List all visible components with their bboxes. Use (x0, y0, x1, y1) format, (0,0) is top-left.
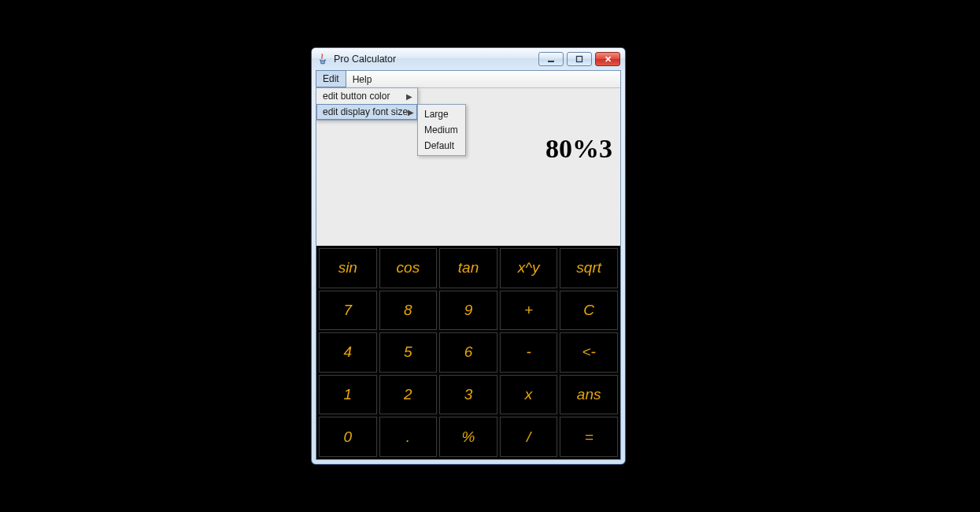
titlebar[interactable]: Pro Calculator ✕ (312, 48, 625, 70)
chevron-right-icon: ▶ (406, 92, 412, 101)
key-5[interactable]: 5 (379, 332, 438, 373)
menu-edit-font-size[interactable]: edit display font size ▶ (316, 104, 417, 120)
close-icon: ✕ (605, 55, 612, 64)
java-icon (316, 53, 329, 65)
menu-edit-button-color[interactable]: edit button color ▶ (316, 88, 417, 104)
key-7[interactable]: 7 (319, 291, 377, 331)
key-3[interactable]: 3 (439, 375, 497, 415)
key-6[interactable]: 6 (439, 332, 497, 373)
close-button[interactable]: ✕ (595, 52, 620, 66)
window-controls: ✕ (538, 52, 620, 66)
key-2[interactable]: 2 (379, 375, 438, 415)
menu-edit[interactable]: Edit (316, 70, 346, 87)
edit-dropdown: edit button color ▶ edit display font si… (316, 87, 418, 121)
svg-rect-0 (548, 61, 554, 62)
menu-help[interactable]: Help (346, 71, 379, 87)
key-clear[interactable]: C (560, 291, 618, 331)
app-window: Pro Calculator ✕ Edit Help 80%3 sin cos … (311, 47, 626, 465)
menu-edit-button-color-label: edit button color (323, 91, 390, 102)
key-pow[interactable]: x^y (500, 248, 558, 288)
key-multiply[interactable]: x (500, 375, 558, 415)
chevron-right-icon: ▶ (408, 108, 414, 117)
keypad: sin cos tan x^y sqrt 7 8 9 + C 4 5 6 - <… (316, 246, 620, 459)
menubar: Edit Help (316, 71, 620, 88)
client-area: Edit Help 80%3 sin cos tan x^y sqrt 7 8 … (316, 70, 621, 460)
font-size-submenu: Large Medium Default (417, 104, 466, 156)
key-sqrt[interactable]: sqrt (560, 248, 618, 288)
window-title: Pro Calculator (334, 54, 396, 65)
key-dot[interactable]: . (379, 417, 438, 457)
key-divide[interactable]: / (500, 417, 558, 457)
key-plus[interactable]: + (500, 291, 558, 331)
key-0[interactable]: 0 (319, 417, 377, 457)
key-1[interactable]: 1 (319, 375, 377, 415)
key-equals[interactable]: = (560, 417, 618, 457)
key-8[interactable]: 8 (379, 291, 438, 331)
menu-edit-font-size-label: edit display font size (323, 106, 408, 117)
submenu-large[interactable]: Large (418, 106, 465, 122)
svg-rect-1 (577, 57, 582, 62)
display-value: 80%3 (545, 134, 612, 164)
key-9[interactable]: 9 (439, 291, 497, 331)
submenu-default[interactable]: Default (418, 138, 465, 154)
submenu-medium[interactable]: Medium (418, 122, 465, 138)
maximize-button[interactable] (567, 52, 592, 66)
minimize-button[interactable] (538, 52, 564, 66)
key-4[interactable]: 4 (319, 332, 377, 373)
key-minus[interactable]: - (500, 332, 558, 373)
key-cos[interactable]: cos (379, 248, 438, 288)
key-sin[interactable]: sin (319, 248, 377, 288)
key-backspace[interactable]: <- (560, 332, 618, 373)
key-tan[interactable]: tan (439, 248, 497, 288)
key-percent[interactable]: % (439, 417, 497, 457)
key-ans[interactable]: ans (560, 375, 618, 415)
